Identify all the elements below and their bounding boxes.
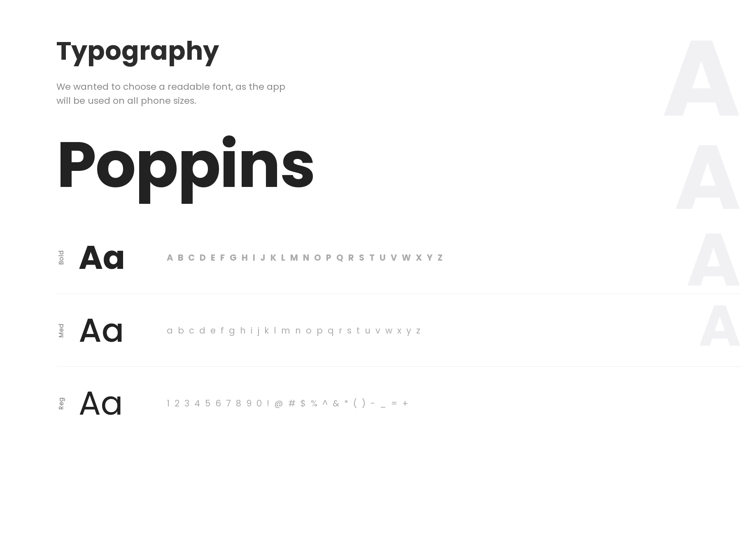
alphabet-bold: A B C D E F G H I J K L M N O P Q R S T … xyxy=(167,252,444,264)
type-row-reg: Reg Aa 1 2 3 4 5 6 7 8 9 0 ! @ # $ % ^ &… xyxy=(56,367,741,439)
page-container: A A A A Typography We wanted to choose a… xyxy=(0,0,741,476)
page-description: We wanted to choose a readable font, as … xyxy=(56,80,287,108)
alphabet-med: a b c d e f g h i j k l m n o p q r s t … xyxy=(167,324,422,336)
row-label-bold: Bold xyxy=(56,250,66,265)
type-row-med: Med Aa a b c d e f g h i j k l m n o p q… xyxy=(56,294,741,367)
alphabet-reg: 1 2 3 4 5 6 7 8 9 0 ! @ # $ % ^ & * ( ) … xyxy=(167,397,410,409)
type-sample-reg: Aa xyxy=(79,387,149,420)
row-label-reg: Reg xyxy=(56,397,66,410)
page-title: Typography xyxy=(56,37,741,65)
type-row-bold: Bold Aa A B C D E F G H I J K L M N O P … xyxy=(56,221,741,294)
font-display-name: Poppins xyxy=(56,133,741,196)
row-label-med: Med xyxy=(56,323,66,338)
type-sample-med: Aa xyxy=(79,314,149,347)
type-sample-bold: Aa xyxy=(79,241,149,274)
